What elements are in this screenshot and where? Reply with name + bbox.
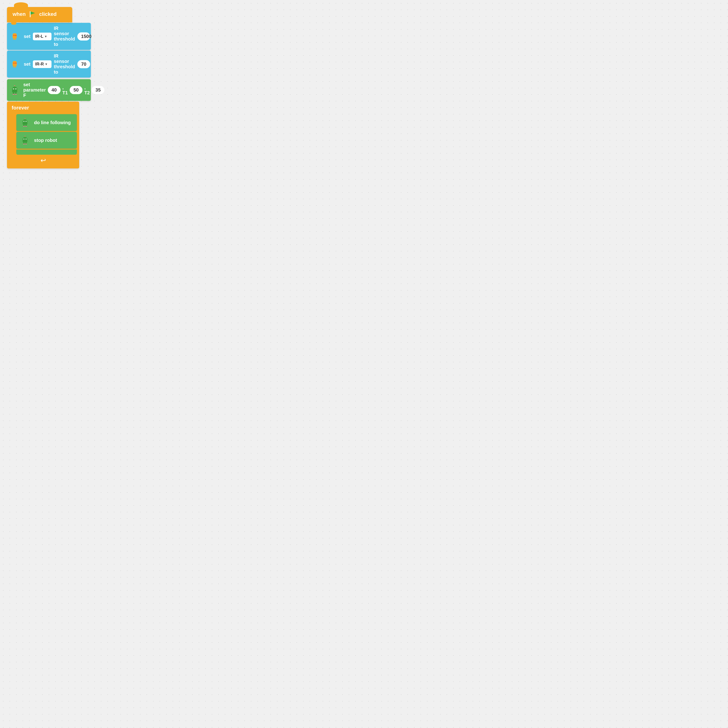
- svg-rect-42: [23, 144, 25, 144]
- forever-inner: do line following: [16, 114, 79, 155]
- svg-rect-3: [13, 33, 16, 35]
- svg-rect-18: [13, 88, 14, 89]
- refresh-arrow-icon: ↩: [41, 156, 46, 164]
- line-following-robot-icon: [20, 116, 32, 128]
- param-label: set parameter F: [23, 82, 46, 98]
- ir1-dropdown[interactable]: IR-L ▼: [33, 33, 52, 40]
- blocks-workspace: when clicked: [7, 7, 95, 168]
- svg-rect-13: [15, 66, 16, 67]
- ir2-set-label: set: [24, 61, 31, 67]
- param-f-value[interactable]: 40: [48, 86, 61, 94]
- svg-rect-25: [23, 119, 27, 121]
- ir2-value[interactable]: 70: [77, 60, 90, 68]
- svg-rect-9: [13, 61, 16, 63]
- svg-point-17: [14, 85, 15, 86]
- ir-block-2-wrapper: set IR-R ▼ IR sensor threshold to 70: [7, 50, 91, 78]
- hat-clicked-label: clicked: [39, 11, 57, 17]
- svg-rect-39: [25, 139, 27, 140]
- hat-when-label: when: [12, 11, 26, 17]
- hat-block[interactable]: when clicked: [7, 7, 72, 22]
- svg-rect-35: [23, 137, 27, 139]
- param-t1-value[interactable]: 50: [70, 86, 83, 94]
- param-t2-label: , T2: [84, 85, 90, 95]
- ir-block-1-wrapper: set IR-L ▼ IR sensor threshold to 1500: [7, 23, 91, 50]
- param-block-wrapper: set parameter F 40 , T1 50 , T2 35: [7, 78, 91, 101]
- ir1-threshold-label: IR sensor threshold to: [54, 26, 75, 47]
- chevron-icon: ▼: [44, 35, 47, 38]
- svg-rect-19: [15, 88, 17, 89]
- param-t1-label: , T1: [63, 85, 68, 95]
- param-block[interactable]: set parameter F 40 , T1 50 , T2 35: [7, 79, 91, 101]
- svg-rect-6: [13, 38, 14, 40]
- svg-point-27: [24, 118, 25, 119]
- param-t2-value[interactable]: 35: [92, 86, 104, 94]
- ir-block-2[interactable]: set IR-R ▼ IR sensor threshold to 70: [7, 50, 91, 78]
- stop-robot-icon: [20, 134, 32, 146]
- chevron-icon-2: ▼: [45, 63, 48, 66]
- svg-rect-22: [12, 94, 14, 95]
- svg-rect-33: [25, 126, 27, 127]
- svg-point-4: [14, 35, 15, 36]
- svg-rect-15: [13, 87, 17, 89]
- ir-sensor-icon-2: [9, 58, 21, 70]
- ir1-value[interactable]: 1500: [77, 32, 90, 41]
- flag-icon: [28, 10, 36, 18]
- stop-robot-label: stop robot: [34, 138, 57, 143]
- stop-robot-block[interactable]: stop robot: [16, 132, 77, 148]
- svg-rect-43: [25, 144, 27, 144]
- svg-rect-28: [23, 121, 25, 122]
- svg-rect-12: [13, 66, 14, 67]
- svg-marker-1: [31, 11, 35, 15]
- svg-rect-0: [30, 11, 31, 17]
- svg-point-11: [15, 63, 17, 64]
- forever-label: forever: [12, 105, 29, 111]
- svg-rect-23: [15, 94, 17, 95]
- ir1-set-label: set: [24, 34, 31, 39]
- forever-header: forever: [7, 102, 79, 114]
- param-robot-icon: [9, 84, 21, 96]
- svg-point-5: [15, 35, 17, 36]
- forever-block[interactable]: forever: [7, 102, 79, 168]
- svg-point-37: [24, 136, 25, 137]
- svg-point-10: [14, 63, 15, 64]
- ir2-threshold-label: IR sensor threshold to: [54, 54, 75, 75]
- ir-sensor-icon-1: [9, 30, 21, 43]
- svg-rect-38: [23, 139, 25, 140]
- ir-block-1[interactable]: set IR-L ▼ IR sensor threshold to 1500: [7, 23, 91, 50]
- forever-footer: ↩: [7, 155, 79, 165]
- svg-rect-32: [23, 126, 25, 127]
- svg-rect-7: [15, 38, 16, 40]
- do-line-following-label: do line following: [34, 120, 71, 125]
- svg-rect-29: [25, 121, 27, 122]
- ir2-dropdown[interactable]: IR-R ▼: [33, 60, 52, 68]
- do-line-following-block[interactable]: do line following: [16, 114, 77, 131]
